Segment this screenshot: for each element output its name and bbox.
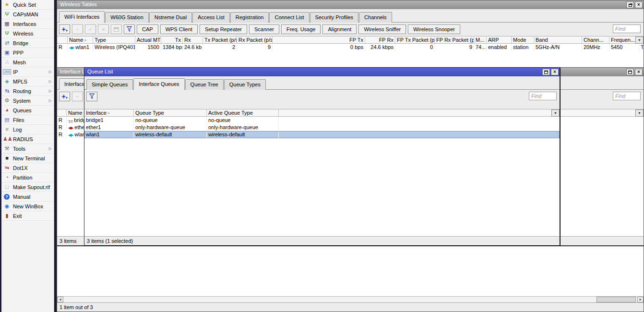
close-button[interactable]: ×: [551, 69, 559, 75]
horizontal-scrollbar[interactable]: ◂ ▸: [57, 296, 644, 302]
column-header-chann[interactable]: Chann...: [582, 36, 609, 43]
column-header-fp-rx[interactable]: FP Rx: [365, 36, 395, 43]
column-header-interface[interactable]: Interface▴: [84, 109, 134, 116]
wireless-sniffer-button[interactable]: Wireless Sniffer: [358, 24, 406, 34]
wireless-tables-titlebar[interactable]: Wireless Tables ×: [57, 0, 644, 9]
sidebar-item-capsman[interactable]: ΨCAPsMAN: [1, 10, 54, 19]
sidebar-item-manual[interactable]: ?Manual: [1, 192, 54, 202]
alignment-button[interactable]: Alignment: [322, 24, 357, 34]
sidebar-item-files[interactable]: ▤Files: [1, 115, 54, 125]
column-header-blank[interactable]: [57, 36, 68, 43]
sidebar-item-mpls[interactable]: ◈MPLS▷: [1, 77, 54, 86]
tab-nstreme-dual[interactable]: Nstreme Dual: [149, 12, 192, 23]
column-header-label: FP Tx: [349, 37, 363, 43]
remove-button[interactable]: −: [72, 92, 83, 101]
remove-button[interactable]: −: [72, 24, 83, 34]
sidebar-item-system[interactable]: ⚙System▷: [1, 96, 54, 106]
filter-button[interactable]: [86, 92, 97, 101]
enable-button[interactable]: ✓: [85, 24, 96, 34]
column-header-fp-tx-packet-p-s[interactable]: FP Tx Packet (p/s): [395, 36, 435, 43]
freq-usage-button[interactable]: Freq. Usage: [281, 24, 321, 34]
wps-client-button[interactable]: WPS Client: [160, 24, 198, 34]
scroll-thumb[interactable]: [596, 297, 636, 302]
sidebar-item-wireless[interactable]: ΨWireless: [1, 29, 54, 38]
column-header-tx-packet-p-s[interactable]: Tx Packet (p/s): [203, 36, 237, 43]
scroll-left-arrow[interactable]: ◂: [57, 297, 63, 302]
column-dropdown-button[interactable]: ▼: [551, 109, 560, 117]
sidebar-item-radius[interactable]: ♟♟RADIUS: [1, 134, 54, 144]
tab-access-list[interactable]: Access List: [192, 12, 230, 23]
tab-wifi-interfaces[interactable]: WiFi Interfaces: [59, 11, 105, 23]
cell-blank: [279, 124, 560, 131]
sidebar-item-new-winbox[interactable]: ◉New WinBox: [1, 202, 54, 211]
tab-w60g-station[interactable]: W60G Station: [105, 12, 148, 23]
column-header-rx[interactable]: Rx: [183, 36, 203, 43]
maximize-button[interactable]: [626, 69, 634, 75]
sidebar-item-make-supout-rif[interactable]: □Make Supout.rif: [1, 182, 54, 192]
column-header-actual-mtu[interactable]: Actual MTU: [135, 36, 161, 43]
tab-interface-queues[interactable]: Interface Queues: [133, 78, 184, 90]
sidebar-item-quick-set[interactable]: ★Quick Set: [1, 0, 54, 10]
add-button[interactable]: +▾: [59, 92, 70, 101]
column-header-fp-rx-packet-p-s[interactable]: FP Rx Packet (p/s): [435, 36, 474, 43]
table-row[interactable]: ether1only-hardware-queueonly-hardware-q…: [84, 124, 560, 131]
sidebar-item-mesh[interactable]: ∴Mesh: [1, 58, 54, 67]
setup-repeater-button[interactable]: Setup Repeater: [200, 24, 247, 34]
column-header-tx[interactable]: Tx: [161, 36, 183, 43]
cell-rx: 24.6 kb: [183, 44, 203, 51]
tab-security-profiles[interactable]: Security Profiles: [310, 12, 358, 23]
filter-button[interactable]: [124, 24, 135, 34]
column-header-rx-packet-p-s[interactable]: Rx Packet (p/s): [237, 36, 273, 43]
interface-find-input[interactable]: [613, 92, 641, 100]
sidebar-item-bridge[interactable]: ⇄Bridge: [1, 38, 54, 48]
scroll-right-arrow[interactable]: ▸: [637, 297, 644, 302]
tab-queue-tree[interactable]: Queue Tree: [185, 79, 224, 90]
wireless-snooper-button[interactable]: Wireless Snooper: [408, 24, 460, 34]
sidebar-item-exit[interactable]: ▮Exit: [1, 211, 54, 221]
column-header-active-queue-type[interactable]: Active Queue Type: [207, 109, 279, 116]
tab-channels[interactable]: Channels: [359, 12, 392, 23]
column-header-fp-tx[interactable]: FP Tx: [273, 36, 365, 43]
column-header-queue-type[interactable]: Queue Type: [134, 109, 207, 116]
column-header-band[interactable]: Band: [534, 36, 582, 43]
column-header-type[interactable]: Type: [93, 36, 135, 43]
column-header-frequen[interactable]: Frequen...: [609, 36, 639, 43]
disable-button[interactable]: ×: [98, 24, 109, 34]
sidebar-item-dot1x[interactable]: ⇋Dot1X: [1, 163, 54, 173]
table-row[interactable]: R◀▶wlan1Wireless (IPQ4019)15001384 bps24…: [57, 44, 644, 51]
add-button[interactable]: +▾: [59, 24, 70, 34]
wireless-find-input[interactable]: [613, 24, 641, 33]
queue-list-titlebar[interactable]: Queue List ×: [84, 68, 560, 76]
column-header-arp[interactable]: ARP: [487, 36, 512, 43]
column-header-m[interactable]: M...: [474, 36, 487, 43]
sidebar-item-queues[interactable]: ◕Queues: [1, 106, 54, 115]
tab-registration[interactable]: Registration: [230, 12, 269, 23]
sidebar-item-partition[interactable]: ◔Partition: [1, 173, 54, 182]
tab-queue-types[interactable]: Queue Types: [224, 79, 266, 90]
tab-simple-queues[interactable]: Simple Queues: [86, 79, 133, 90]
tab-connect-list[interactable]: Connect List: [269, 12, 309, 23]
table-row[interactable]: wlan1wireless-defaultwireless-default: [84, 131, 560, 138]
table-row[interactable]: bridge1no-queueno-queue: [84, 117, 560, 124]
cap-button[interactable]: CAP: [137, 24, 158, 34]
sidebar-item-interfaces[interactable]: ▦Interfaces: [1, 19, 54, 29]
column-header-mode[interactable]: Mode: [512, 36, 534, 43]
column-dropdown-button[interactable]: ▼: [635, 109, 644, 117]
sidebar-item-routing[interactable]: ⇆Routing▷: [1, 86, 54, 96]
close-button[interactable]: ×: [635, 1, 643, 8]
column-header-blank[interactable]: [279, 109, 560, 116]
comment-button[interactable]: [111, 24, 122, 34]
column-dropdown-button[interactable]: ▼: [635, 36, 644, 44]
sidebar-item-tools[interactable]: ⚒Tools▷: [1, 144, 54, 154]
sidebar-item-log[interactable]: ≡Log: [1, 125, 54, 134]
close-button[interactable]: ×: [635, 69, 643, 75]
column-header-blank[interactable]: [57, 109, 67, 116]
sidebar-item-ip[interactable]: 255IP▷: [1, 67, 54, 77]
maximize-button[interactable]: [542, 69, 550, 75]
restore-button[interactable]: [626, 1, 634, 8]
queue-find-input[interactable]: [529, 92, 557, 100]
sidebar-item-ppp[interactable]: ▣PPP: [1, 48, 54, 58]
sidebar-item-new-terminal[interactable]: ■New Terminal: [1, 154, 54, 163]
column-header-name[interactable]: Name▴: [68, 36, 93, 43]
scanner-button[interactable]: Scanner: [249, 24, 279, 34]
